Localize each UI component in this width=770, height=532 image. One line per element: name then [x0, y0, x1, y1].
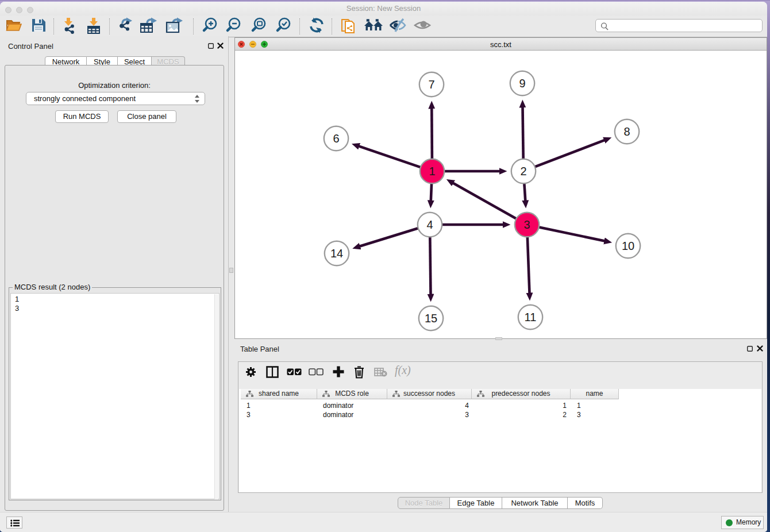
svg-text:3: 3	[523, 218, 530, 231]
svg-text:8: 8	[623, 125, 630, 138]
svg-text:7: 7	[428, 78, 434, 91]
svg-text:4: 4	[426, 218, 433, 231]
svg-text:1: 1	[429, 165, 435, 178]
svg-text:14: 14	[330, 247, 343, 260]
svg-text:2: 2	[520, 165, 526, 178]
svg-text:10: 10	[622, 240, 634, 252]
svg-text:9: 9	[519, 77, 525, 90]
svg-text:6: 6	[333, 132, 339, 145]
svg-text:11: 11	[525, 311, 537, 323]
svg-text:15: 15	[425, 312, 437, 325]
